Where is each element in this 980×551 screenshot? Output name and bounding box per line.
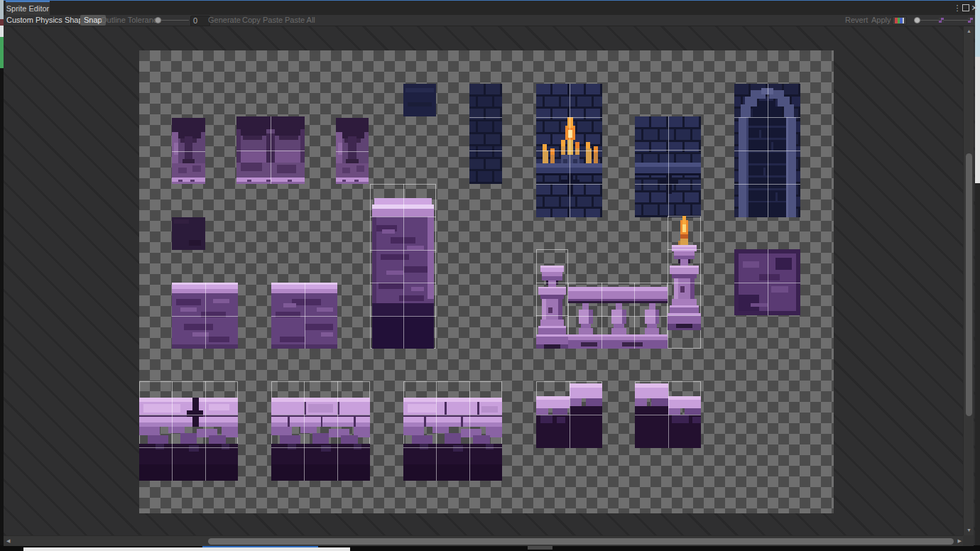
sprite-wall-with-candles[interactable]	[536, 84, 602, 217]
apply-button[interactable]: Apply	[871, 15, 891, 26]
sprite-rock-tile-left[interactable]	[172, 283, 238, 349]
scroll-right-icon[interactable]: ▶	[958, 538, 962, 544]
sprite-ground-wide-left[interactable]	[139, 381, 238, 481]
texture-checkerboard[interactable]	[139, 50, 834, 513]
sprite-ground-wide-mid[interactable]	[271, 381, 370, 481]
sprite-navy-brick-column[interactable]	[469, 84, 502, 184]
vertical-scrollbar-thumb[interactable]	[966, 153, 972, 416]
sprite-wall-with-ledge[interactable]	[635, 116, 701, 217]
background-bottom-white-strip	[23, 547, 350, 551]
sprite-ground-step-left-high[interactable]	[635, 381, 701, 448]
copy-button[interactable]: Copy	[242, 15, 261, 26]
sprite-ground-step-right-high[interactable]	[536, 381, 602, 448]
scroll-left-icon[interactable]: ◀	[6, 538, 10, 544]
sprite-rock-tile-right[interactable]	[734, 249, 800, 315]
vertical-scrollbar[interactable]: ▲ ▼	[963, 26, 974, 535]
revert-button[interactable]: Revert	[845, 15, 868, 26]
sprite-arch-wall-wide[interactable]	[236, 116, 305, 184]
background-right-dark	[975, 183, 980, 551]
sprite-canvas[interactable]	[4, 26, 975, 535]
scrollbar-corner	[963, 535, 974, 546]
rgb-icon	[895, 18, 904, 23]
outline-tolerance-value-field[interactable]: 0	[190, 16, 210, 26]
mip-slider-handle[interactable]	[914, 17, 920, 23]
titlebar: Sprite Editor ⋮ ✕	[4, 1, 975, 15]
sprite-balustrade-railing[interactable]	[568, 283, 668, 349]
sprite-small-navy-block[interactable]	[403, 84, 436, 116]
rgb-alpha-toggle-button[interactable]	[892, 16, 907, 25]
sprite-ground-wide-right[interactable]	[403, 381, 502, 481]
horizontal-scrollbar-thumb[interactable]	[208, 538, 954, 545]
sprite-tall-rock-column[interactable]	[370, 184, 436, 349]
mip-small-icon	[939, 18, 944, 23]
close-icon[interactable]: ✕	[969, 1, 979, 15]
screen: Sprite Editor ⋮ ✕ Custom Physics Shape ▾…	[0, 0, 980, 551]
mip-slider-track[interactable]	[917, 20, 971, 21]
maximize-box	[962, 4, 969, 11]
scroll-up-icon[interactable]: ▲	[967, 28, 971, 34]
background-right-strip2	[975, 57, 980, 183]
sprite-arched-window[interactable]	[734, 84, 800, 217]
paste-button[interactable]: Paste	[263, 15, 283, 26]
outline-tolerance-label: Outline Tolerance	[101, 15, 161, 26]
mode-dropdown-label: Custom Physics Shape	[6, 16, 87, 24]
generate-button[interactable]: Generate	[208, 15, 241, 26]
mip-large-icon	[968, 18, 973, 23]
horizontal-scrollbar[interactable]: ◀ ▶	[4, 535, 964, 546]
sprite-editor-window: Sprite Editor ⋮ ✕ Custom Physics Shape ▾…	[4, 0, 975, 545]
sprite-balustrade-pedestal-left[interactable]	[536, 249, 568, 349]
sprite-dark-purple-block[interactable]	[172, 217, 205, 250]
tab-title: Sprite Editor	[6, 4, 50, 13]
sprite-arch-wall-narrow-left[interactable]	[172, 118, 205, 184]
sprite-rock-tile-mid[interactable]	[271, 283, 337, 349]
scroll-down-icon[interactable]: ▼	[967, 528, 971, 533]
outline-tolerance-slider-handle[interactable]	[155, 17, 161, 23]
toolbar: Custom Physics Shape ▾ Snap Outline Tole…	[4, 15, 975, 26]
background-bottom-gray-box	[528, 546, 552, 550]
sprite-balustrade-pedestal-candle[interactable]	[668, 216, 701, 349]
paste-all-button[interactable]: Paste All	[285, 15, 315, 26]
sprite-arch-wall-narrow-right[interactable]	[336, 118, 369, 184]
tab-sprite-editor[interactable]: Sprite Editor	[6, 1, 50, 15]
